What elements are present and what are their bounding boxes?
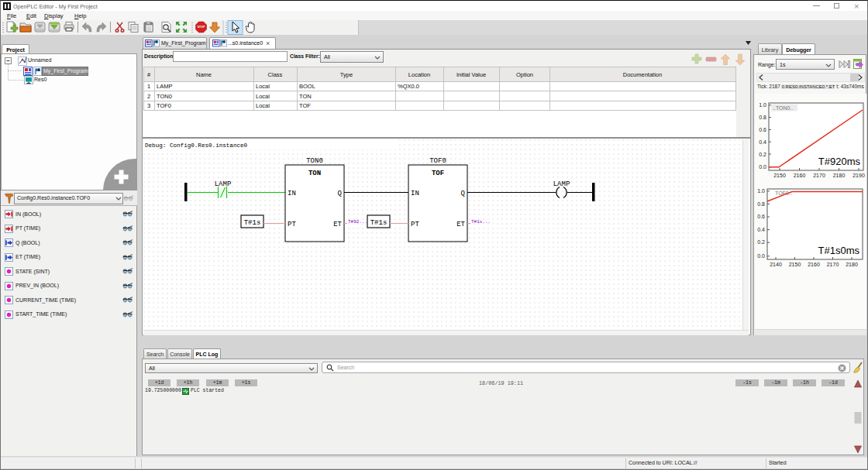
svg-text:2180: 2180: [846, 262, 858, 267]
svg-text:..TON0..: ..TON0..: [773, 105, 793, 111]
svg-text:T#920ms: T#920ms: [818, 156, 861, 167]
svg-text:Option: Option: [516, 71, 533, 78]
svg-text:TOF0: TOF0: [429, 157, 446, 165]
svg-text:0.4: 0.4: [757, 227, 765, 232]
svg-text:T#1s0ms: T#1s0ms: [818, 245, 860, 256]
svg-text:0.2: 0.2: [757, 239, 765, 245]
svg-text:2160: 2160: [794, 173, 806, 178]
svg-text:Q: Q: [461, 190, 465, 197]
svg-text:Documentation: Documentation: [623, 71, 662, 78]
svg-text:TON0: TON0: [157, 93, 172, 100]
svg-text:3: 3: [147, 102, 150, 109]
svg-text:2140: 2140: [770, 262, 782, 267]
svg-text:PT: PT: [411, 221, 419, 228]
svg-text:T#1s: T#1s: [244, 219, 261, 227]
svg-text:T#1s: T#1s: [370, 219, 388, 227]
svg-text:0.6: 0.6: [757, 214, 765, 219]
svg-text:BOOL: BOOL: [299, 83, 315, 90]
svg-text:Local: Local: [256, 102, 270, 109]
svg-text:LAMP: LAMP: [553, 180, 570, 188]
svg-text:Class: Class: [268, 71, 283, 78]
svg-text:LAMP: LAMP: [157, 83, 172, 90]
svg-text:Q: Q: [338, 190, 342, 197]
svg-text:2150: 2150: [773, 173, 786, 178]
svg-text:2170: 2170: [813, 173, 825, 178]
svg-text:Local: Local: [256, 93, 270, 100]
svg-text:Initial Value: Initial Value: [456, 71, 486, 78]
svg-text:1.0: 1.0: [757, 188, 765, 194]
svg-text:TOF: TOF: [299, 102, 311, 109]
svg-text:Debug: Config0.Res0.instance0: Debug: Config0.Res0.instance0: [145, 142, 248, 149]
svg-text:TON0: TON0: [306, 157, 323, 165]
svg-text:LAMP: LAMP: [215, 180, 232, 188]
svg-text:Local: Local: [256, 83, 270, 90]
svg-text:0.8: 0.8: [759, 115, 766, 120]
svg-text:T#92...: T#92...: [348, 219, 367, 225]
svg-text:0.0: 0.0: [759, 164, 766, 170]
svg-text:0.0: 0.0: [757, 253, 765, 259]
svg-text:Name: Name: [196, 71, 212, 78]
svg-text:Type: Type: [340, 71, 353, 78]
svg-text:STOP: STOP: [198, 26, 205, 29]
svg-text:2150: 2150: [789, 262, 801, 267]
svg-text:PT: PT: [288, 221, 296, 228]
svg-text:0.2: 0.2: [759, 152, 766, 157]
svg-text:2170: 2170: [827, 262, 839, 267]
svg-text:ET: ET: [333, 221, 342, 228]
svg-text:2180: 2180: [833, 173, 846, 178]
svg-text:2160: 2160: [808, 262, 820, 267]
svg-text:0.6: 0.6: [759, 127, 766, 132]
svg-text:1.0: 1.0: [759, 102, 766, 108]
svg-text:Location: Location: [408, 71, 430, 78]
svg-text:2190: 2190: [852, 173, 865, 178]
svg-text:IN: IN: [411, 190, 419, 197]
svg-text:TOF: TOF: [432, 170, 444, 177]
svg-text:IN: IN: [288, 190, 296, 197]
svg-text:TOF0: TOF0: [157, 102, 171, 109]
svg-text:TON: TON: [308, 170, 321, 177]
svg-text:0.8: 0.8: [757, 201, 765, 207]
svg-text:1: 1: [147, 83, 150, 90]
svg-text:ET: ET: [456, 221, 465, 228]
svg-text:TON: TON: [299, 93, 312, 100]
svg-text:T#1s...: T#1s...: [471, 219, 491, 225]
svg-text:2: 2: [147, 93, 150, 100]
svg-text:0.4: 0.4: [759, 139, 766, 145]
svg-text:%QX0.0: %QX0.0: [398, 83, 419, 90]
